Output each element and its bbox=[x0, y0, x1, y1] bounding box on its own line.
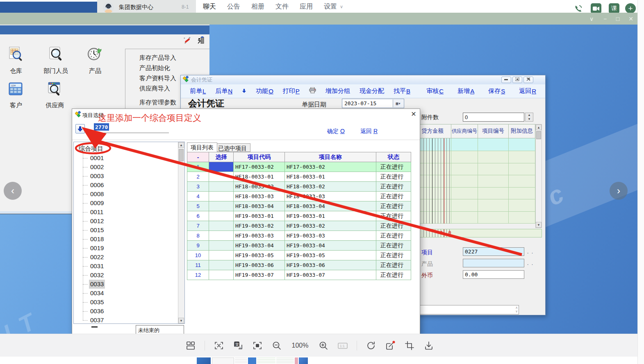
column-header[interactable]: 项目名称 bbox=[285, 152, 376, 162]
course-icon[interactable]: 课 bbox=[609, 3, 619, 14]
row-number-cell[interactable]: 8 bbox=[187, 231, 209, 241]
minimize-icon[interactable] bbox=[501, 77, 511, 83]
column-header[interactable]: 状态 bbox=[376, 152, 411, 162]
shortcut-supplier[interactable]: 供应商 bbox=[39, 81, 71, 109]
image-thumbnail[interactable] bbox=[299, 357, 308, 364]
tree-item[interactable]: 0036 bbox=[74, 307, 176, 316]
status-cell[interactable]: 正在进行 bbox=[376, 241, 411, 251]
table-row[interactable]: 5HF18-0033-04HF18-0033-04正在进行 bbox=[187, 201, 411, 211]
status-cell[interactable]: 正在进行 bbox=[376, 211, 411, 221]
voucher-toolbar-button[interactable]: 审核C bbox=[426, 87, 444, 95]
column-header[interactable]: 项目代码 bbox=[234, 152, 285, 162]
project-name-cell[interactable]: HF19-0033-06 bbox=[285, 260, 376, 270]
voucher-toolbar-button[interactable]: 保存S bbox=[488, 87, 505, 95]
voucher-toolbar-button[interactable]: 现金分配 bbox=[360, 87, 384, 95]
row-number-cell[interactable]: 12 bbox=[187, 270, 209, 280]
add-icon[interactable]: + bbox=[625, 3, 636, 14]
select-cell[interactable] bbox=[209, 241, 234, 251]
tree-item[interactable]: 0018 bbox=[74, 235, 176, 244]
image-thumbnail[interactable] bbox=[248, 357, 256, 364]
tree-item[interactable]: 0003 bbox=[74, 172, 176, 181]
project-name-cell[interactable]: HF19-0033-01 bbox=[285, 211, 376, 221]
project-code-cell[interactable]: HF17-0033-02 bbox=[234, 162, 285, 172]
voucher-grid-cell[interactable] bbox=[478, 212, 509, 224]
select-cell[interactable] bbox=[209, 211, 234, 221]
voucher-grid-cell[interactable] bbox=[478, 151, 509, 163]
project-code-cell[interactable]: HF19-0033-04 bbox=[234, 241, 285, 251]
row-number-cell[interactable]: 9 bbox=[187, 241, 209, 251]
project-code-cell[interactable]: HF19-0033-01 bbox=[234, 211, 285, 221]
voucher-grid-cell[interactable] bbox=[509, 138, 535, 151]
tree-item[interactable]: 0019 bbox=[74, 244, 176, 253]
voucher-grid-cell[interactable] bbox=[509, 175, 535, 187]
chat-conversation-item[interactable]: 集团数据中心 8-1 bbox=[97, 0, 196, 14]
row-number-cell[interactable]: 5 bbox=[187, 201, 209, 211]
shortcut-warehouse[interactable]: 仓库 bbox=[0, 46, 32, 75]
tree-item[interactable]: 0015 bbox=[74, 226, 176, 235]
erp-menu-item[interactable]: 客户资料导入 bbox=[139, 73, 176, 83]
image-thumbnail[interactable] bbox=[295, 357, 298, 364]
doc-date-input[interactable]: 2023-07-15 ▦▾ bbox=[342, 99, 404, 108]
select-cell[interactable] bbox=[209, 172, 234, 182]
foreign-currency-input[interactable]: 0.00 bbox=[463, 270, 524, 279]
erp-menu-item[interactable]: 供应商导入 bbox=[139, 83, 176, 93]
project-name-cell[interactable]: HF19-0033-02 bbox=[285, 221, 376, 231]
shortcut-department-staff[interactable]: 部门人员 bbox=[40, 46, 71, 75]
project-name-cell[interactable]: HF19-0033-04 bbox=[285, 241, 376, 251]
zoom-in-icon[interactable] bbox=[318, 340, 329, 351]
restore-icon[interactable] bbox=[512, 77, 522, 83]
chat-tab[interactable]: 相册 bbox=[251, 2, 264, 11]
video-call-icon[interactable] bbox=[591, 3, 601, 14]
project-code-cell[interactable]: HF19-0033-05 bbox=[234, 251, 285, 260]
status-cell[interactable]: 正在进行 bbox=[376, 182, 411, 192]
search-input[interactable]: 2770 bbox=[94, 123, 109, 131]
tree-item[interactable]: 0001 bbox=[74, 154, 176, 163]
voucher-grid-cell[interactable] bbox=[451, 199, 478, 211]
close-icon[interactable]: ✕ bbox=[410, 110, 418, 118]
minimize-icon[interactable]: − bbox=[601, 15, 610, 23]
project-code-cell[interactable]: HF19-0033-02 bbox=[234, 221, 285, 231]
erp-menu-item[interactable]: 产品初始化 bbox=[139, 63, 176, 73]
image-thumbnail[interactable] bbox=[212, 357, 234, 364]
calendar-icon[interactable]: ▦▾ bbox=[393, 99, 403, 107]
voucher-toolbar-button[interactable]: 找平B bbox=[394, 87, 410, 95]
voucher-grid-cell[interactable] bbox=[478, 163, 509, 175]
table-row[interactable]: 11HF19-0033-06HF19-0033-06正在进行 bbox=[187, 260, 411, 270]
project-code-cell[interactable]: HF18-0033-04 bbox=[234, 201, 285, 211]
voucher-grid-cell[interactable] bbox=[451, 163, 478, 175]
image-thumbnail[interactable] bbox=[197, 357, 211, 364]
project-name-cell[interactable]: HF18-0033-02 bbox=[285, 182, 376, 192]
voucher-grid-cell[interactable] bbox=[451, 138, 478, 151]
project-name-cell[interactable]: HF19-0033-05 bbox=[285, 251, 376, 260]
column-header[interactable]: - bbox=[187, 152, 209, 162]
status-cell[interactable]: 正在进行 bbox=[376, 251, 411, 260]
select-cell[interactable] bbox=[209, 192, 234, 201]
project-name-cell[interactable]: HF17-0033-02 bbox=[285, 162, 376, 172]
voucher-grid-cell[interactable] bbox=[451, 188, 478, 199]
table-row[interactable]: 10HF19-0033-05HF19-0033-05正在进行 bbox=[187, 251, 411, 260]
tab-project-list[interactable]: 项目列表 bbox=[187, 142, 217, 152]
project-name-cell[interactable]: HF18-0033-03 bbox=[285, 192, 376, 201]
previous-image-button[interactable]: ‹ bbox=[4, 182, 22, 200]
project-code-cell[interactable]: HF19-0033-06 bbox=[234, 260, 285, 270]
edit-icon[interactable] bbox=[385, 340, 396, 351]
project-name-cell[interactable]: HF19-0033-07 bbox=[285, 270, 376, 280]
voucher-grid-cell[interactable] bbox=[451, 212, 478, 224]
table-row[interactable]: 8HF19-0033-03HF19-0033-03正在进行 bbox=[187, 231, 411, 241]
voucher-grid-cell[interactable] bbox=[451, 151, 478, 163]
tree-item[interactable]: 0011 bbox=[74, 208, 176, 217]
voice-call-icon[interactable] bbox=[573, 3, 584, 14]
project-name-cell[interactable]: HF18-0033-01 bbox=[285, 172, 376, 182]
voucher-grid-cell[interactable] bbox=[509, 188, 535, 199]
close-icon[interactable]: ✕ bbox=[626, 15, 635, 23]
voucher-toolbar-button[interactable]: 功能O bbox=[256, 87, 273, 95]
select-cell[interactable] bbox=[209, 270, 234, 280]
row-number-cell[interactable]: 3 bbox=[187, 182, 209, 192]
status-cell[interactable]: 正在进行 bbox=[376, 221, 411, 231]
voucher-toolbar-button[interactable]: 返回R bbox=[519, 87, 536, 95]
chat-tab[interactable]: 设置 bbox=[324, 2, 337, 11]
erp-menu-item[interactable]: 库存管理参数 bbox=[139, 97, 176, 107]
table-row[interactable]: 7HF19-0033-02HF19-0033-02正在进行 bbox=[187, 221, 411, 231]
voucher-grid-cell[interactable] bbox=[509, 212, 535, 224]
row-number-cell[interactable]: 7 bbox=[187, 221, 209, 231]
